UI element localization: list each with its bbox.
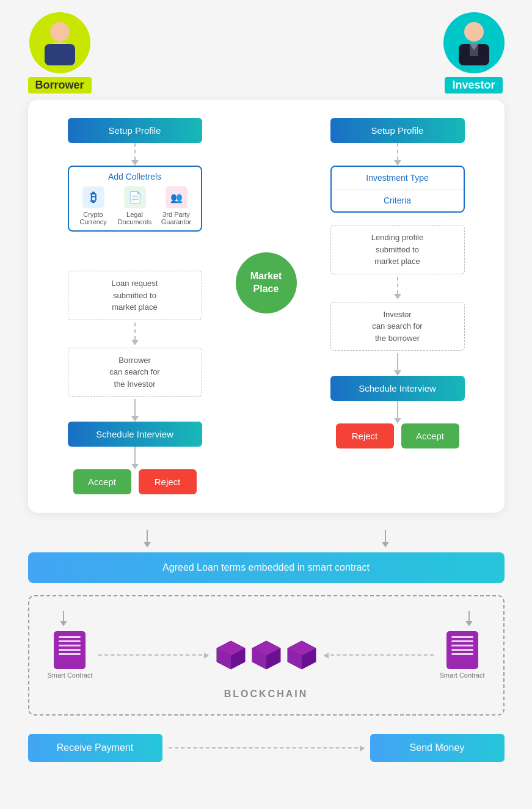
left-schedule-interview-button[interactable]: Schedule Interview: [68, 422, 202, 447]
investor-person-icon: [453, 18, 495, 67]
investor-search-box: Investorcan search forthe borrower: [330, 302, 465, 351]
crypto-label: CryptoCurrency: [79, 211, 107, 225]
blockchain-label-wrapper: BLOCKCHAIN: [224, 689, 308, 700]
left-down-arrow: [28, 530, 266, 547]
right-column: Setup Profile Investment Type Criteria L…: [303, 118, 492, 494]
investor-search-text: Investorcan search forthe borrower: [372, 310, 422, 343]
svg-rect-1: [45, 44, 75, 65]
left-smart-contract: Smart Contract: [48, 631, 93, 679]
investor-avatar: [443, 12, 505, 73]
guarantor-label: 3rd PartyGuarantor: [161, 211, 192, 225]
right-arrow-2: [394, 277, 401, 299]
loan-request-text: Loan requestsubmitted tomarket place: [112, 279, 158, 312]
left-sc-doc-icon: [54, 631, 86, 669]
collateral-title: Add Colletrels: [73, 172, 197, 181]
borrower-search-box: Borrowercan search forthe Investor: [68, 348, 202, 397]
main-card: Setup Profile Add Colletrels ₿ CryptoCur…: [28, 100, 505, 513]
market-place-circle: Market Place: [236, 252, 297, 313]
blockchain-cubes: [214, 639, 318, 672]
blockchain-cube-1: [214, 639, 247, 672]
lending-text: Lending profilesubmitted tomarket place: [371, 233, 423, 266]
guarantor-icon: 👥: [166, 186, 188, 208]
left-sc-label: Smart Contract: [48, 672, 93, 679]
blockchain-top-arrows: [42, 611, 491, 626]
market-place-container: Market Place: [236, 252, 297, 313]
right-smart-contract: Smart Contract: [440, 631, 485, 679]
left-setup-profile-button[interactable]: Setup Profile: [68, 118, 202, 143]
borrower-avatar: [29, 12, 90, 73]
svg-point-3: [464, 22, 484, 42]
blockchain-label: BLOCKCHAIN: [224, 689, 308, 700]
left-accept-button[interactable]: Accept: [73, 469, 131, 494]
right-sc-label: Smart Contract: [440, 672, 485, 679]
center-column: Market Place: [230, 118, 303, 494]
left-reject-button[interactable]: Reject: [139, 469, 197, 494]
right-arrow-3: [394, 353, 401, 376]
collateral-crypto: ₿ CryptoCurrency: [76, 186, 111, 225]
investor-label: Investor: [445, 77, 502, 93]
right-setup-profile-button[interactable]: Setup Profile: [330, 118, 465, 143]
right-reject-button[interactable]: Reject: [336, 423, 394, 448]
left-arrow-3: [131, 399, 139, 422]
blockchain-cube-3: [285, 639, 318, 672]
borrower-person-icon: [38, 18, 81, 67]
bc-right-arrow: [465, 611, 473, 626]
right-sc-doc-icon: [446, 631, 478, 669]
criteria-label: Criteria: [332, 189, 464, 211]
legal-icon: 📄: [124, 186, 146, 208]
market-place-label: Market Place: [250, 270, 282, 296]
smart-contract-bar: Agreed Loan terms embedded in smart cont…: [28, 552, 505, 583]
borrower-search-text: Borrowercan search forthe Investor: [109, 356, 159, 389]
svg-point-2: [54, 26, 66, 38]
borrower-label: Borrower: [28, 77, 92, 93]
bc-left-arrow: [60, 611, 67, 626]
payment-connector: [169, 747, 364, 749]
right-arrow-4: [394, 401, 401, 423]
avatars-row: Borrower Investor: [28, 12, 505, 93]
right-action-row: Reject Accept: [336, 423, 459, 448]
collateral-legal: 📄 LegalDocuments: [117, 186, 153, 225]
payment-row: Receive Payment Send Money: [28, 734, 505, 762]
investor-block: Investor: [443, 12, 505, 93]
left-arrow-2: [131, 323, 139, 345]
loan-request-box: Loan requestsubmitted tomarket place: [68, 271, 202, 320]
bc-left-connector: [98, 654, 208, 656]
investment-box: Investment Type Criteria: [330, 166, 465, 213]
left-action-row: Accept Reject: [73, 469, 197, 494]
legal-label: LegalDocuments: [118, 211, 152, 225]
left-arrow-1: [131, 143, 139, 166]
right-schedule-interview-button[interactable]: Schedule Interview: [330, 376, 465, 401]
blockchain-main-row: Smart Contract: [42, 631, 491, 679]
collateral-items: ₿ CryptoCurrency 📄 LegalDocuments 👥 3rd …: [73, 186, 197, 225]
right-accept-button[interactable]: Accept: [401, 423, 459, 448]
crypto-icon: ₿: [82, 186, 104, 208]
lending-profile-box: Lending profilesubmitted tomarket place: [330, 225, 465, 274]
send-money-button[interactable]: Send Money: [370, 734, 505, 762]
collateral-box: Add Colletrels ₿ CryptoCurrency 📄 LegalD…: [68, 166, 202, 232]
bc-right-connector: [324, 654, 434, 656]
down-arrows-row: [28, 530, 505, 547]
blockchain-section: Smart Contract: [28, 595, 505, 716]
receive-payment-button[interactable]: Receive Payment: [28, 734, 162, 762]
left-arrow-4: [131, 447, 139, 469]
left-column: Setup Profile Add Colletrels ₿ CryptoCur…: [40, 118, 230, 494]
borrower-block: Borrower: [28, 12, 92, 93]
right-down-arrow: [266, 530, 505, 547]
investment-type-label: Investment Type: [332, 167, 464, 189]
blockchain-cube-2: [250, 639, 283, 672]
collateral-guarantor: 👥 3rd PartyGuarantor: [159, 186, 194, 225]
right-arrow-1: [394, 143, 401, 166]
